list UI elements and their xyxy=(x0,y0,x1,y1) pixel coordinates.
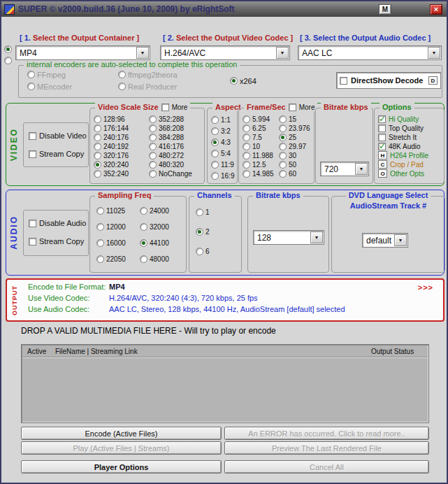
encoder-option[interactable]: FFmpeg xyxy=(27,70,66,79)
video-stream-copy-checkbox[interactable]: Stream Copy xyxy=(29,150,84,158)
scale-option[interactable]: 240:176 xyxy=(94,133,129,141)
output-mode-radio[interactable] xyxy=(4,57,12,64)
audio-codec-select[interactable]: AAC LC ▼ xyxy=(298,45,442,60)
close-button[interactable]: × xyxy=(430,4,442,15)
audio-bitrate-select[interactable]: 128 ▼ xyxy=(253,230,324,245)
fps-option[interactable]: 50 xyxy=(279,160,310,169)
radio-icon xyxy=(27,71,35,78)
aspect-option[interactable]: 1:1 xyxy=(211,115,234,124)
container-select[interactable]: MP4 ▼ xyxy=(15,45,150,60)
encoder-option-x264[interactable]: x264 xyxy=(230,76,256,85)
audio-bitrate-group: Bitrate kbps 128 ▼ xyxy=(247,196,329,273)
encode-button[interactable]: Encode (Active Files) xyxy=(21,427,222,440)
crop-pad-button[interactable]: C xyxy=(378,160,387,169)
preview-button[interactable]: Preview The Last Rendered File xyxy=(224,441,429,455)
video-codec-section-label: [ 2. Select the Output Video Codec ] xyxy=(163,34,293,42)
minimize-button[interactable]: M xyxy=(379,4,391,15)
error-button[interactable]: An ERROR has occurred. Click to read mor… xyxy=(224,427,429,440)
fps-option[interactable]: 7.5 xyxy=(243,133,274,141)
sampling-option-selected[interactable]: 44100 xyxy=(140,239,169,247)
sampling-option[interactable]: 32000 xyxy=(140,222,169,231)
disable-video-checkbox[interactable]: Disable Video xyxy=(29,131,87,140)
hi-quality-checkbox[interactable]: Hi Quality xyxy=(378,115,428,123)
crop-pad-row: CCrop / Pad xyxy=(378,160,428,169)
encoder-option[interactable]: ffmpeg2theora xyxy=(118,70,178,79)
dropdown-arrow-icon[interactable]: ▼ xyxy=(276,47,289,59)
dvd-track-select[interactable]: default ▼ xyxy=(362,233,408,248)
top-quality-checkbox[interactable]: Top Quality xyxy=(378,124,428,132)
scale-option[interactable]: 480:320 xyxy=(149,160,192,169)
channel-option-selected[interactable]: 2 xyxy=(196,227,210,236)
radio-icon xyxy=(94,161,101,169)
scale-option[interactable]: 384:288 xyxy=(149,133,192,141)
scale-option[interactable]: 368:208 xyxy=(149,124,192,132)
aspect-option[interactable]: 11:9 xyxy=(211,160,234,169)
radio-icon xyxy=(211,150,219,157)
play-button[interactable]: Play (Active Files | Streams) xyxy=(21,441,222,455)
audio-stream-copy-checkbox[interactable]: Stream Copy xyxy=(29,237,84,245)
fps-option[interactable]: 23.976 xyxy=(279,124,310,132)
fps-option[interactable]: 5.994 xyxy=(243,115,274,123)
scale-option[interactable]: 352:288 xyxy=(149,115,192,123)
sampling-option[interactable]: 22050 xyxy=(96,255,126,263)
channel-option[interactable]: 1 xyxy=(196,208,210,216)
radio-icon xyxy=(27,83,35,90)
fps-option[interactable]: 10 xyxy=(243,142,274,150)
directshow-d-button[interactable]: D xyxy=(428,76,438,85)
fps-option[interactable]: 60 xyxy=(279,169,310,178)
scale-option-selected[interactable]: 320:240 xyxy=(94,160,129,169)
aspect-option-selected[interactable]: 4:3 xyxy=(211,138,234,146)
aspect-option[interactable]: 5:4 xyxy=(211,149,234,157)
aspect-option[interactable]: 16:9 xyxy=(211,171,234,180)
dropdown-arrow-icon[interactable]: ▼ xyxy=(310,232,323,243)
more-arrows[interactable]: >>> xyxy=(418,283,433,292)
encoder-option[interactable]: MEncoder xyxy=(27,82,72,91)
sampling-option[interactable]: 24000 xyxy=(140,206,169,215)
cancel-all-button[interactable]: Cancel All xyxy=(224,460,429,474)
audio-section: AUDIO Disable Audio Stream Copy Sampling… xyxy=(6,190,445,276)
sampling-option[interactable]: 12000 xyxy=(96,222,126,231)
encoder-option[interactable]: Real Producer xyxy=(118,82,177,91)
directshow-label: DirectShow Decode xyxy=(351,76,425,85)
scale-option[interactable]: 416:176 xyxy=(149,142,192,150)
fps-option[interactable]: 29.97 xyxy=(279,142,310,150)
scale-option[interactable]: 128:96 xyxy=(94,115,129,123)
fps-option[interactable]: 14.985 xyxy=(243,169,274,178)
dropdown-arrow-icon[interactable]: ▼ xyxy=(136,47,149,59)
sampling-option[interactable]: 16000 xyxy=(96,239,126,247)
radio-icon xyxy=(140,207,147,215)
scale-option[interactable]: 240:192 xyxy=(94,142,129,150)
scale-more-checkbox[interactable] xyxy=(161,104,169,111)
dropdown-arrow-icon[interactable]: ▼ xyxy=(428,47,440,59)
scale-option[interactable]: 320:176 xyxy=(94,151,129,159)
scale-option[interactable]: 176:144 xyxy=(94,124,129,132)
video-codec-select[interactable]: H.264/AVC ▼ xyxy=(160,45,290,60)
fps-option[interactable]: 6.25 xyxy=(243,124,274,132)
stretch-it-checkbox[interactable]: Stretch It xyxy=(378,133,428,141)
file-list[interactable]: Active FileName | Streaming Link Output … xyxy=(21,344,429,423)
video-bitrate-select[interactable]: 720 ▼ xyxy=(320,162,369,176)
output-mode-radio[interactable] xyxy=(4,45,12,53)
dropdown-arrow-icon[interactable]: ▼ xyxy=(394,234,407,246)
sampling-option[interactable]: 11025 xyxy=(96,206,126,215)
other-opts-button[interactable]: O xyxy=(378,169,387,178)
fps-option[interactable]: 11.988 xyxy=(243,151,274,159)
disable-audio-checkbox[interactable]: Disable Audio xyxy=(29,219,86,227)
fps-option[interactable]: 15 xyxy=(279,115,310,123)
dropdown-arrow-icon[interactable]: ▼ xyxy=(355,163,368,175)
scale-option[interactable]: 352:240 xyxy=(94,169,129,178)
h264-profile-button[interactable]: H xyxy=(378,151,387,159)
48k-audio-checkbox[interactable]: 48K Audio xyxy=(378,142,428,150)
scale-option[interactable]: NoChange xyxy=(149,169,192,178)
fps-option[interactable]: 12.5 xyxy=(243,160,274,169)
directshow-checkbox[interactable] xyxy=(340,77,347,85)
super-window: SUPER © v2009.build.36 (June 10, 2009) b… xyxy=(0,0,448,484)
scale-option[interactable]: 480:272 xyxy=(149,151,192,159)
fps-option[interactable]: 30 xyxy=(279,151,310,159)
player-options-button[interactable]: Player Options xyxy=(21,460,222,474)
aspect-option[interactable]: 3:2 xyxy=(211,127,234,135)
sampling-option[interactable]: 48000 xyxy=(140,255,169,263)
channel-option[interactable]: 6 xyxy=(196,247,210,255)
fps-more-checkbox[interactable] xyxy=(289,104,296,111)
fps-option-selected[interactable]: 25 xyxy=(279,133,310,141)
